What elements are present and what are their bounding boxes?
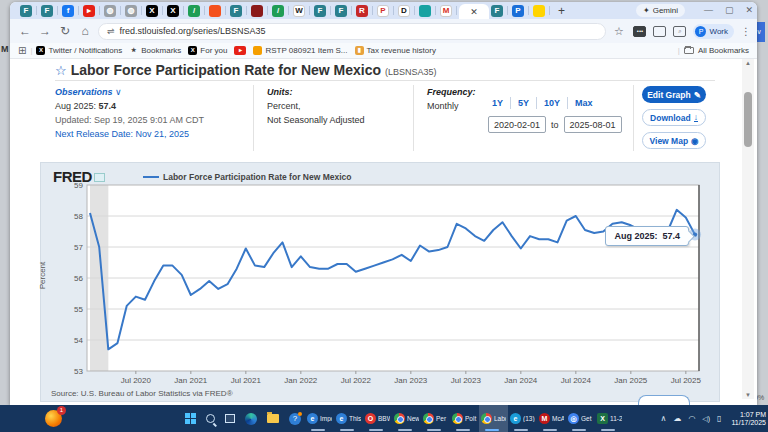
units-column: Units: Percent, Not Seasonally Adjusted bbox=[267, 85, 407, 127]
taskbar-app-importar[interactable]: eImportar bbox=[305, 405, 334, 432]
volume-icon[interactable]: ◁) bbox=[702, 415, 710, 423]
active-tab[interactable]: ✕ bbox=[459, 4, 489, 19]
bookmark-item[interactable]: XFor you bbox=[188, 46, 227, 55]
favorite-star-icon[interactable]: ☆ bbox=[55, 63, 67, 78]
onedrive-cloud-icon[interactable]: ☁ bbox=[673, 414, 681, 423]
password-manager-icon[interactable]: ••• bbox=[633, 26, 646, 37]
taskbar-app-this-is-eq[interactable]: eThis is eq bbox=[334, 405, 363, 432]
page-scrollbar[interactable]: ▲ ▼ bbox=[742, 59, 754, 399]
taskbar-app-get-he[interactable]: ◎Get He bbox=[566, 405, 595, 432]
menu-icon[interactable]: ⋮ bbox=[741, 26, 751, 37]
pinned-tab[interactable] bbox=[209, 5, 221, 17]
system-tray: ∧ ☁ ◠ ◁) ▯ 1:07 PM 11/17/2025 bbox=[661, 405, 766, 432]
pinned-tab[interactable]: F bbox=[230, 5, 242, 17]
taskbar-app--13-horr[interactable]: e(13) Horr bbox=[508, 405, 537, 432]
tab-search-icon[interactable]: ⌕ bbox=[673, 26, 686, 37]
url-text[interactable]: fred.stlouisfed.org/series/LBSNSA35 bbox=[120, 26, 266, 36]
svg-text:57: 57 bbox=[74, 243, 83, 252]
back-icon[interactable]: ← bbox=[18, 24, 32, 38]
wifi-icon[interactable]: ◠ bbox=[688, 414, 695, 423]
pinned-tab[interactable]: F bbox=[314, 5, 326, 17]
range-button-5y[interactable]: 5Y bbox=[518, 98, 529, 108]
range-button-10y[interactable]: 10Y bbox=[544, 98, 560, 108]
date-to-input[interactable]: 2025-08-01 bbox=[564, 116, 622, 133]
pinned-tab[interactable] bbox=[419, 5, 431, 17]
address-bar[interactable]: ⇌ fred.stlouisfed.org/series/LBSNSA35 bbox=[98, 23, 606, 40]
pinned-tab[interactable]: X bbox=[167, 5, 179, 17]
file-explorer-icon[interactable] bbox=[267, 414, 279, 423]
home-icon[interactable]: ⌂ bbox=[78, 24, 92, 38]
scroll-up-icon[interactable]: ▲ bbox=[742, 60, 754, 66]
next-release-link[interactable]: Next Release Date: Nov 21, 2025 bbox=[55, 127, 245, 141]
all-bookmarks-button[interactable]: | All Bookmarks bbox=[678, 46, 749, 55]
profile-chip[interactable]: P Work bbox=[693, 24, 734, 39]
view-map-button[interactable]: View Map◉ bbox=[642, 132, 706, 149]
forward-icon[interactable]: → bbox=[38, 24, 52, 38]
get-help-icon[interactable]: ? bbox=[289, 413, 301, 425]
pinned-tab[interactable]: / bbox=[272, 5, 284, 17]
hidden-icons-chevron[interactable]: ∧ bbox=[661, 414, 667, 423]
pinned-tab[interactable]: ◍ bbox=[125, 5, 137, 17]
reload-icon[interactable]: ↻ bbox=[58, 24, 72, 38]
taskbar-app-bbw-bor[interactable]: OBBW Bor bbox=[363, 405, 392, 432]
scroll-down-icon[interactable]: ▼ bbox=[742, 392, 754, 398]
bookmark-item[interactable]: ★Bookmarks bbox=[129, 46, 181, 55]
pinned-tab[interactable] bbox=[533, 5, 545, 17]
battery-icon[interactable]: ▯ bbox=[717, 414, 721, 423]
taskbar-app-11-25-pa[interactable]: X11-25 Pa bbox=[595, 405, 624, 432]
bookmark-item[interactable]: ▸ bbox=[234, 46, 246, 55]
apps-grid-icon[interactable]: ⊞ bbox=[18, 45, 26, 56]
bookmark-item[interactable]: ▮Tax revenue history bbox=[355, 46, 436, 55]
close-button[interactable]: ✕ bbox=[745, 2, 753, 18]
pinned-tab[interactable]: f bbox=[62, 5, 74, 17]
range-button-max[interactable]: Max bbox=[575, 98, 593, 108]
site-info-icon[interactable]: ⇌ bbox=[107, 26, 115, 36]
clock[interactable]: 1:07 PM 11/17/2025 bbox=[731, 411, 766, 427]
taskbar-app-mcafee-[interactable]: MMcAfee ! bbox=[537, 405, 566, 432]
taskbar-app-per-pupil[interactable]: Per Pupil bbox=[421, 405, 450, 432]
taskbar-app-new-me-[interactable]: New Me: bbox=[392, 405, 421, 432]
task-view-icon[interactable] bbox=[225, 414, 235, 423]
gemini-button[interactable]: ✦ Gemini bbox=[636, 4, 685, 17]
line-chart[interactable]: 53545556575859Jul 2020Jan 2021Jul 2021Ja… bbox=[47, 183, 719, 391]
bookmark-item[interactable]: XTwitter / Notifications bbox=[36, 46, 122, 55]
pinned-tab[interactable]: W bbox=[293, 5, 305, 17]
maximize-button[interactable]: ▢ bbox=[725, 2, 734, 18]
extensions-icon[interactable] bbox=[653, 26, 666, 37]
edge-icon[interactable] bbox=[245, 413, 257, 425]
pinned-tab[interactable]: F bbox=[335, 5, 347, 17]
search-icon[interactable] bbox=[206, 414, 215, 423]
pinned-tab[interactable]: P bbox=[512, 5, 524, 17]
pinned-tab[interactable]: P bbox=[377, 5, 389, 17]
download-button[interactable]: Download↓ bbox=[642, 109, 706, 126]
pinned-tab[interactable]: X bbox=[146, 5, 158, 17]
scrollbar-thumb[interactable] bbox=[744, 92, 752, 147]
edit-graph-button[interactable]: Edit Graph✎ bbox=[642, 86, 706, 103]
divider bbox=[55, 80, 715, 81]
pinned-tab[interactable]: F bbox=[20, 5, 32, 17]
pinned-tab[interactable]: D bbox=[398, 5, 410, 17]
observations-dropdown[interactable]: Observations ∨ bbox=[55, 85, 245, 99]
tab-close-icon[interactable]: ✕ bbox=[470, 7, 478, 17]
pinned-tab[interactable]: / bbox=[188, 5, 200, 17]
bookmark-star-icon[interactable]: ☆ bbox=[612, 25, 626, 38]
minimize-button[interactable]: — bbox=[704, 2, 713, 18]
date-from-input[interactable]: 2020-02-01 bbox=[488, 116, 546, 133]
range-button-1y[interactable]: 1Y bbox=[492, 98, 503, 108]
pinned-tab[interactable] bbox=[251, 5, 263, 17]
pinned-tab[interactable]: F bbox=[41, 5, 53, 17]
pinned-tab[interactable]: M bbox=[440, 5, 452, 17]
pinned-tab[interactable]: R bbox=[356, 5, 368, 17]
firefox-icon[interactable]: 1 bbox=[45, 410, 62, 427]
start-button[interactable] bbox=[185, 413, 196, 424]
taskbar-app-labor-fo[interactable]: Labor Fo bbox=[479, 405, 508, 432]
new-tab-button[interactable]: + bbox=[558, 4, 565, 18]
pinned-tab[interactable]: F bbox=[491, 5, 503, 17]
pinned-tab[interactable]: ◍ bbox=[104, 5, 116, 17]
pinned-tab[interactable]: ▸ bbox=[83, 5, 95, 17]
bookmark-item[interactable]: RSTP 080921 Item S... bbox=[253, 46, 347, 55]
partial-pill-widget[interactable] bbox=[638, 395, 690, 405]
excel-app-icon: X bbox=[597, 413, 608, 424]
chrome-app-icon bbox=[452, 413, 463, 424]
taskbar-app-polt-cap[interactable]: Polt Cap bbox=[450, 405, 479, 432]
